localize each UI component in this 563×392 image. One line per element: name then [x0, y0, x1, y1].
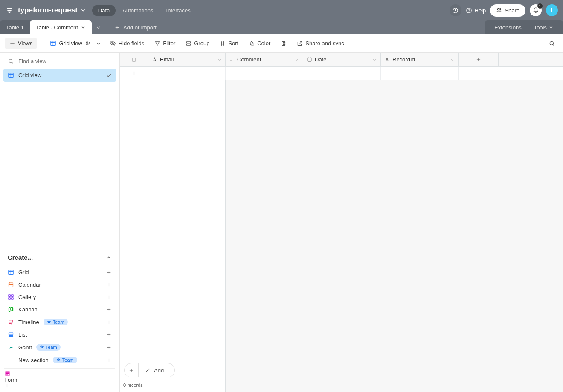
tab-data[interactable]: Data — [92, 5, 116, 16]
create-view-header[interactable]: Create... — [4, 250, 115, 266]
chevron-down-icon — [96, 41, 101, 46]
column-header-comment[interactable]: Comment — [226, 53, 303, 66]
create-item-label: Calendar — [18, 282, 41, 288]
svg-rect-7 — [187, 41, 191, 43]
column-header-label: Comment — [237, 56, 261, 63]
search-button[interactable] — [546, 38, 558, 49]
group-button[interactable]: Group — [181, 38, 214, 49]
check-icon — [106, 73, 112, 78]
views-toggle-button[interactable]: Views — [5, 38, 37, 49]
help-button[interactable]: Help — [466, 7, 486, 14]
chevron-down-icon[interactable] — [450, 57, 455, 62]
extensions-label: Extensions — [494, 24, 522, 31]
svg-rect-13 — [9, 283, 13, 287]
row-height-button[interactable] — [276, 38, 291, 49]
tools-button[interactable]: Tools — [530, 24, 558, 31]
column-header-date[interactable]: Date — [303, 53, 381, 66]
create-form-label: Form — [4, 377, 17, 383]
plus-icon — [106, 332, 112, 337]
plus-icon — [106, 307, 112, 312]
view-item-grid-view[interactable]: Grid view — [3, 69, 116, 82]
wand-icon — [145, 367, 151, 373]
table-tabs-more-button[interactable] — [92, 25, 105, 30]
timeline-icon — [8, 319, 14, 325]
add-row[interactable] — [120, 67, 563, 80]
table-tab-2[interactable]: Table - Comment — [30, 20, 92, 34]
svg-rect-12 — [9, 270, 13, 275]
tab-interfaces[interactable]: Interfaces — [160, 5, 197, 16]
current-view-button[interactable]: Grid view — [47, 38, 103, 48]
add-field-button[interactable] — [459, 53, 499, 66]
history-button[interactable] — [450, 4, 461, 16]
color-button[interactable]: Color — [244, 38, 275, 49]
create-calendar[interactable]: Calendar — [4, 279, 115, 291]
base-name[interactable]: typeform-request — [18, 6, 78, 15]
chevron-down-icon — [548, 25, 554, 30]
plus-icon — [4, 383, 115, 389]
share-sync-label: Share and sync — [305, 40, 344, 46]
find-view-container — [0, 53, 119, 69]
views-label: Views — [18, 40, 32, 46]
add-row-plus[interactable] — [120, 67, 148, 80]
create-timeline[interactable]: TimelineTeam — [4, 316, 115, 328]
share-button[interactable]: Share — [490, 4, 525, 17]
view-item-label: Grid view — [18, 72, 41, 78]
svg-rect-19 — [11, 308, 12, 310]
table-tab-1-label: Table 1 — [6, 24, 24, 31]
plus-icon — [106, 345, 112, 350]
sort-button[interactable]: Sort — [215, 38, 243, 49]
plus-icon — [106, 270, 112, 275]
share-sync-button[interactable]: Share and sync — [293, 38, 348, 49]
paint-icon — [249, 41, 255, 46]
user-avatar[interactable]: I — [546, 4, 558, 16]
add-row-cell[interactable] — [381, 67, 459, 80]
create-list[interactable]: List — [4, 328, 115, 341]
date-icon — [307, 57, 312, 62]
add-record-button[interactable] — [124, 363, 139, 377]
create-kanban[interactable]: Kanban — [4, 303, 115, 316]
add-row-cell[interactable] — [303, 67, 381, 80]
extensions-button[interactable]: Extensions — [490, 24, 526, 31]
chevron-down-icon[interactable] — [217, 57, 222, 62]
team-badge: Team — [44, 319, 68, 325]
svg-point-9 — [550, 41, 553, 45]
share-label: Share — [505, 7, 519, 14]
text-icon — [152, 57, 157, 62]
svg-rect-14 — [9, 295, 10, 296]
create-grid[interactable]: Grid — [4, 266, 115, 279]
tab-automations[interactable]: Automations — [116, 5, 159, 16]
add-menu-button[interactable]: Add... — [139, 363, 175, 377]
svg-point-2 — [498, 9, 499, 10]
add-row-cell[interactable] — [148, 67, 226, 80]
create-gantt[interactable]: GanttTeam — [4, 341, 115, 354]
table-tab-1[interactable]: Table 1 — [0, 20, 30, 34]
create-gallery[interactable]: Gallery — [4, 291, 115, 303]
chevron-down-icon[interactable] — [294, 57, 299, 62]
filter-button[interactable]: Filter — [150, 38, 180, 49]
svg-rect-25 — [9, 334, 13, 336]
create-new-section[interactable]: New sectionTeam — [4, 354, 115, 366]
calendar-icon — [8, 282, 14, 288]
svg-point-23 — [11, 323, 12, 324]
select-all-checkbox[interactable] — [120, 53, 148, 66]
plus-icon — [106, 282, 112, 287]
notifications-button[interactable]: 1 — [530, 4, 542, 16]
team-badge: Team — [36, 344, 61, 351]
svg-rect-29 — [308, 58, 311, 61]
separator — [107, 24, 107, 30]
grid-area: Email Comment Date RecordId — [120, 53, 563, 392]
base-menu-chevron-icon[interactable] — [80, 7, 86, 13]
column-header-email[interactable]: Email — [148, 53, 226, 66]
hide-fields-button[interactable]: Hide fields — [105, 38, 149, 49]
add-or-import-button[interactable]: Add or import — [109, 24, 162, 31]
app-logo-icon[interactable] — [5, 6, 14, 15]
add-row-cell[interactable] — [226, 67, 303, 80]
find-view-input[interactable] — [18, 58, 112, 64]
column-headers: Email Comment Date RecordId — [120, 53, 563, 67]
chevron-down-icon[interactable] — [372, 57, 377, 62]
create-header-label: Create... — [8, 254, 33, 261]
svg-point-1 — [469, 12, 469, 12]
column-header-recordid[interactable]: RecordId — [381, 53, 459, 66]
color-label: Color — [257, 40, 270, 46]
create-form[interactable]: Form — [4, 370, 115, 389]
